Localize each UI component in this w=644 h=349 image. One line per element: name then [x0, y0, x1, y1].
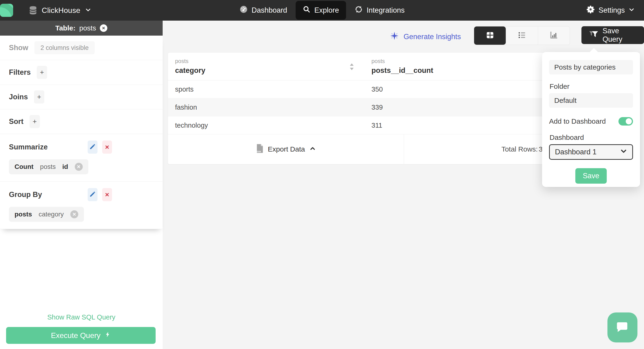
- column-group: posts: [372, 58, 433, 64]
- chevron-down-icon: [85, 7, 91, 14]
- cell-count: 339: [364, 103, 383, 111]
- lightning-icon: [105, 331, 111, 340]
- generate-insights-label: Generate Insights: [404, 32, 461, 41]
- save-query-button[interactable]: Save Query: [582, 26, 644, 44]
- summarize-label: Summarize: [9, 143, 48, 151]
- query-name-input[interactable]: Posts by categories: [549, 60, 633, 74]
- show-raw-sql-link[interactable]: Show Raw SQL Query: [0, 313, 163, 321]
- cell-count: 350: [364, 85, 383, 93]
- chat-widget-button[interactable]: [608, 313, 638, 343]
- remove-summarize-button[interactable]: ×: [102, 141, 112, 154]
- save-query-label: Save Query: [602, 27, 636, 43]
- export-data-button[interactable]: csv Export Data: [168, 134, 404, 164]
- sort-label: Sort: [9, 117, 24, 126]
- dashboard-select[interactable]: Dashboard 1: [549, 144, 633, 160]
- popover-save-button[interactable]: Save: [575, 168, 607, 184]
- view-toggle-group: [474, 26, 570, 45]
- add-sort-button[interactable]: +: [30, 115, 40, 128]
- group-by-section: Group By × posts category ✕: [0, 182, 163, 229]
- pencil-icon: [89, 191, 96, 198]
- summarize-chip: Count posts id ✕: [9, 159, 88, 174]
- execute-query-button[interactable]: Execute Query: [6, 327, 156, 344]
- list-view-icon: [517, 30, 527, 41]
- add-filter-button[interactable]: +: [37, 66, 47, 79]
- chevron-up-icon: [309, 145, 316, 154]
- datasource-selector[interactable]: ClickHouse: [17, 6, 91, 15]
- save-query-popover: Posts by categories Folder Default Add t…: [542, 52, 640, 187]
- list-view-button[interactable]: [506, 26, 538, 45]
- query-builder-sidebar: Table: posts ✕ Show 2 columns visible Fi…: [0, 21, 163, 349]
- gauge-icon: [240, 5, 248, 15]
- column-header-category: posts category: [168, 53, 364, 80]
- filters-label: Filters: [9, 68, 31, 77]
- chart-view-button[interactable]: [538, 26, 570, 45]
- top-navigation-bar: ClickHouse Dashboard Explore: [0, 0, 644, 21]
- group-by-table: posts: [14, 211, 32, 218]
- cell-category: sports: [168, 85, 364, 93]
- table-view-icon: [485, 30, 495, 41]
- summarize-column: id: [62, 163, 68, 171]
- group-by-column: category: [39, 211, 64, 218]
- add-to-dashboard-toggle[interactable]: [618, 117, 633, 126]
- add-join-button[interactable]: +: [34, 90, 44, 103]
- nav-integrations[interactable]: Integrations: [354, 5, 404, 15]
- query-builder-sections: Show 2 columns visible Filters + Joins +…: [0, 36, 163, 229]
- column-name: posts__id__count: [372, 66, 433, 75]
- remove-chip-icon[interactable]: ✕: [75, 163, 83, 171]
- app-logo[interactable]: [0, 4, 13, 17]
- edit-group-by-button[interactable]: [88, 188, 98, 201]
- table-label: Table:: [55, 24, 76, 32]
- export-data-label: Export Data: [268, 145, 305, 153]
- show-label: Show: [9, 43, 28, 52]
- joins-section: Joins +: [0, 85, 163, 109]
- column-name: category: [175, 66, 364, 75]
- sparkle-icon: [390, 31, 399, 43]
- remove-table-icon[interactable]: ✕: [100, 24, 107, 32]
- generate-insights-button[interactable]: Generate Insights: [390, 31, 461, 43]
- settings-menu[interactable]: Settings: [586, 0, 635, 21]
- sort-section: Sort +: [0, 109, 163, 134]
- nav-explore[interactable]: Explore: [296, 1, 346, 20]
- dashboard-label: Dashboard: [550, 133, 633, 141]
- gear-icon: [586, 5, 595, 15]
- svg-text:csv: csv: [257, 150, 261, 153]
- total-rows-label: Total Rows:: [502, 145, 538, 153]
- nav-explore-label: Explore: [314, 6, 339, 14]
- edit-summarize-button[interactable]: [88, 141, 98, 154]
- group-by-chip: posts category ✕: [9, 207, 84, 222]
- speech-bubble-icon: [615, 320, 630, 336]
- sort-icon[interactable]: [350, 63, 354, 71]
- search-icon: [302, 5, 310, 15]
- settings-label: Settings: [598, 6, 625, 14]
- database-icon: [29, 6, 37, 15]
- folder-label: Folder: [550, 82, 633, 90]
- filters-section: Filters +: [0, 60, 163, 85]
- show-section: Show 2 columns visible: [0, 36, 163, 60]
- table-view-button[interactable]: [474, 26, 506, 45]
- nav-dashboard[interactable]: Dashboard: [240, 5, 287, 15]
- columns-visible-button[interactable]: 2 columns visible: [34, 41, 95, 54]
- remove-group-by-button[interactable]: ×: [102, 188, 112, 201]
- add-to-dashboard-label: Add to Dashboard: [549, 117, 606, 125]
- app: ClickHouse Dashboard Explore: [0, 0, 644, 349]
- sync-icon: [354, 5, 363, 15]
- funnel-icon: [589, 30, 598, 40]
- chevron-down-icon: [628, 6, 635, 14]
- bar-chart-icon: [549, 30, 559, 41]
- execute-query-label: Execute Query: [51, 331, 100, 340]
- folder-input[interactable]: Default: [549, 93, 633, 108]
- nav-integrations-label: Integrations: [366, 6, 404, 14]
- table-name: posts: [79, 24, 96, 32]
- summarize-agg: Count: [14, 163, 34, 171]
- chevron-down-icon: [620, 148, 627, 156]
- pencil-icon: [89, 143, 96, 151]
- column-group: posts: [175, 58, 364, 64]
- cell-count: 311: [364, 122, 382, 129]
- joins-label: Joins: [9, 93, 28, 101]
- summarize-section: Summarize × Count posts id ✕: [0, 134, 163, 182]
- csv-file-icon: csv: [256, 144, 264, 155]
- column-header-count: posts posts__id__count: [364, 53, 433, 80]
- add-to-dashboard-row: Add to Dashboard: [549, 117, 633, 126]
- main-nav: Dashboard Explore Integrations: [240, 0, 405, 21]
- remove-chip-icon[interactable]: ✕: [70, 210, 78, 218]
